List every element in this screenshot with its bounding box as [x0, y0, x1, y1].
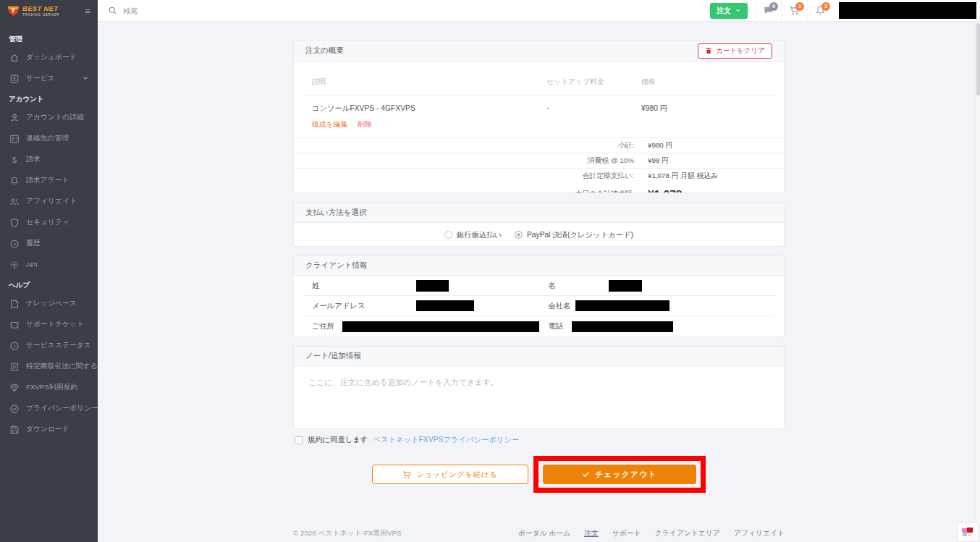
cart-icon: [402, 470, 411, 479]
order-notes-textarea[interactable]: [294, 366, 784, 428]
sidebar-item-dashboard[interactable]: ダッシュボード: [0, 47, 98, 68]
footer-link-order[interactable]: 注文: [584, 529, 599, 538]
sidebar-section-admin: 管理: [0, 29, 98, 47]
highlight-annotation-box: チェックアウト: [533, 456, 706, 493]
sidebar-item-privacy-policy[interactable]: プライバシーポリシー: [0, 398, 98, 419]
footer-link-affiliate[interactable]: アフィリエイト: [734, 529, 785, 538]
agree-terms-label: 規約に同意します: [308, 435, 368, 445]
radio-unchecked-icon[interactable]: [444, 231, 452, 239]
search-input[interactable]: [123, 7, 340, 15]
clear-cart-button[interactable]: カートをクリア: [698, 43, 772, 59]
sidebar-item-history[interactable]: 履歴: [0, 233, 98, 254]
sidebar-item-contacts[interactable]: 連絡先の管理: [0, 128, 98, 149]
sidebar-item-security[interactable]: セキュリティ: [0, 212, 98, 233]
sidebar-item-billing[interactable]: 請求: [0, 149, 98, 170]
first-name-label: 名: [539, 281, 609, 291]
order-summary-title: 注文の概要: [305, 46, 344, 56]
dollar-icon: [9, 155, 20, 165]
sidebar-section-help: ヘルプ: [0, 275, 98, 293]
save-icon: [9, 425, 20, 435]
privacy-policy-link[interactable]: ベストネットFXVPSプライバシーポリシー: [373, 435, 519, 445]
company-label: 会社名: [539, 301, 575, 311]
sidebar-section-account: アカウント: [0, 89, 98, 107]
sidebar-item-api[interactable]: API: [0, 254, 98, 275]
client-info-title: クライアント情報: [305, 261, 367, 271]
grand-total-row: 本日の合計請求額: ¥1,078: [294, 183, 784, 193]
payment-option-paypal[interactable]: PayPal 決済(クレジットカード): [515, 230, 633, 240]
user-menu-redacted[interactable]: [839, 2, 976, 19]
check-circle-icon: [9, 404, 20, 414]
sidebar-nav: 管理 ダッシュボード サービス アカウント アカウントの詳細 連絡先の管理 請求…: [0, 22, 98, 440]
payment-option-bank-transfer[interactable]: 銀行振込払い: [444, 230, 502, 240]
bell-icon: [9, 176, 20, 186]
sidebar-item-services[interactable]: サービス: [0, 68, 98, 89]
notifications-button[interactable]: 3: [807, 0, 833, 22]
services-icon: [9, 74, 20, 84]
sidebar-item-account-details[interactable]: アカウントの詳細: [0, 107, 98, 128]
hamburger-menu-icon[interactable]: ≡: [85, 6, 90, 17]
book-icon: [9, 299, 20, 309]
order-item-description: コンソールFXVPS - 4GFXVPS: [303, 103, 546, 114]
sidebar-item-download[interactable]: ダウンロード: [0, 419, 98, 440]
edit-configuration-link[interactable]: 構成を編集: [312, 120, 347, 130]
email-label: メールアドレス: [303, 301, 416, 311]
api-icon: [9, 260, 20, 270]
notes-card: ノート/追加情報: [293, 346, 785, 429]
shield-icon: [9, 218, 20, 228]
user-icon: [9, 113, 20, 123]
users-icon: [9, 197, 20, 207]
continue-shopping-button[interactable]: ショッピングを続ける: [372, 465, 528, 484]
cart-badge: 1: [795, 2, 804, 11]
order-item-row: コンソールFXVPS - 4GFXVPS - ¥980 円: [294, 96, 784, 114]
subtotal-row: 小計: ¥980 円: [294, 137, 784, 153]
client-row-name: 姓 名: [303, 276, 775, 296]
home-icon: [9, 53, 20, 63]
notifications-badge: 3: [821, 2, 830, 11]
client-row-email-company: メールアドレス 会社名: [303, 296, 775, 316]
chevron-down-icon: [82, 75, 89, 83]
check-icon: [582, 470, 590, 478]
order-dropdown-button[interactable]: 注文: [710, 3, 748, 19]
messages-badge: 0: [769, 2, 778, 11]
chat-widget-icon: [961, 527, 974, 538]
phone-label: 電話: [539, 321, 572, 331]
chat-widget-button[interactable]: [957, 522, 979, 542]
copyright-text: © 2026 ベストネット-FX専用VPS: [293, 529, 402, 538]
sidebar-item-billing-alerts[interactable]: 請求アラート: [0, 170, 98, 191]
cart-button[interactable]: 1: [781, 0, 807, 22]
radio-checked-icon[interactable]: [515, 231, 523, 239]
history-icon: [9, 239, 20, 249]
footer-link-portal-home[interactable]: ポータル ホーム: [518, 529, 570, 538]
sidebar-item-terms[interactable]: FXVPS利用規約: [0, 377, 98, 398]
order-summary-card: 注文の概要 カートをクリア 説明 セットアップ料金 価格 コンソールFXVPS …: [293, 40, 785, 193]
order-table-header: 説明 セットアップ料金 価格: [294, 62, 784, 87]
payment-method-title: 支払い方法を選択: [305, 208, 367, 218]
recurring-total-row: 合計定期支払い: ¥1,078 円 月額 税込み: [294, 168, 784, 183]
scrollbar-thumb[interactable]: [976, 23, 980, 96]
checkout-button[interactable]: チェックアウト: [543, 465, 696, 484]
client-info-card: クライアント情報 姓 名 メールアドレス: [293, 255, 785, 337]
brand-logo[interactable]: BEST NET TRADING SERVER ≡: [0, 0, 98, 22]
sidebar-item-commercial-law[interactable]: 特定商取引法に関する記述: [0, 356, 98, 377]
delete-item-link[interactable]: 削除: [358, 120, 372, 130]
search-icon: [108, 6, 117, 15]
vertical-scrollbar[interactable]: [975, 22, 980, 542]
sidebar-item-knowledgebase[interactable]: ナレッジベース: [0, 293, 98, 314]
sidebar-item-affiliate[interactable]: アフィリエイト: [0, 191, 98, 212]
brand-tagline: TRADING SERVER: [22, 14, 59, 17]
footer-link-client-area[interactable]: クライアントエリア: [655, 529, 720, 538]
contacts-icon: [9, 134, 20, 144]
order-item-setup-fee: -: [546, 103, 641, 114]
order-item-price: ¥980 円: [641, 103, 775, 114]
sidebar-item-support-ticket[interactable]: サポートチケット: [0, 314, 98, 335]
messages-button[interactable]: 0: [755, 0, 781, 22]
agree-terms-checkbox[interactable]: [295, 436, 303, 444]
company-value-redacted: [575, 300, 669, 311]
footer-link-support[interactable]: サポート: [612, 529, 641, 538]
page-content: 注文の概要 カートをクリア 説明 セットアップ料金 価格 コンソールFXVPS …: [98, 22, 980, 542]
page-footer: © 2026 ベストネット-FX専用VPS ポータル ホーム 注文 サポート ク…: [293, 529, 785, 538]
document-icon: [9, 362, 20, 372]
sidebar-item-service-status[interactable]: サービスステータス: [0, 335, 98, 356]
client-row-address-phone: ご住所 電話: [303, 316, 775, 336]
trash-icon: [705, 47, 712, 54]
